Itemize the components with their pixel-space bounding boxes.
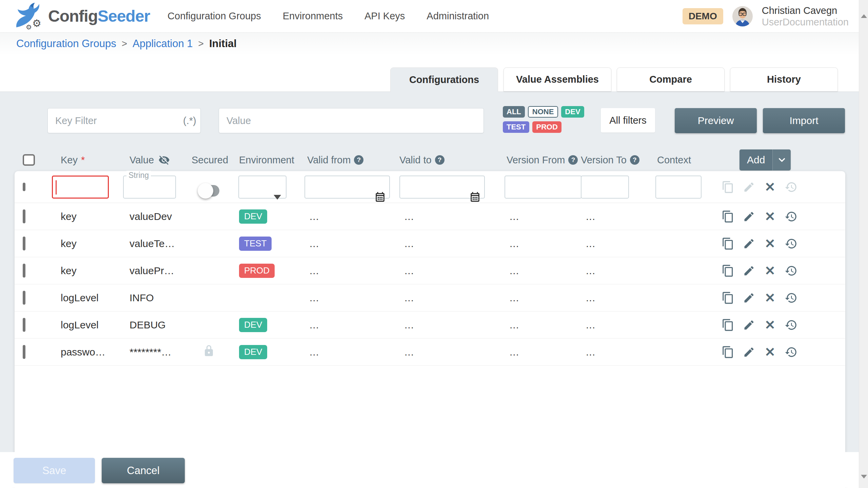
history-icon[interactable] <box>784 291 798 305</box>
calendar-icon[interactable] <box>374 191 386 204</box>
valid-from-field[interactable] <box>304 185 390 191</box>
environment-filter-button[interactable]: DEV <box>561 106 584 118</box>
nav-item[interactable]: Administration <box>427 11 489 22</box>
row-checkbox[interactable] <box>23 209 25 223</box>
table-row: passwo… ********… DEV ... ... ... ... ✕ <box>15 339 845 366</box>
row-version-from: ... <box>505 265 581 277</box>
tab-history[interactable]: History <box>730 67 838 92</box>
all-filters-button[interactable]: All filters <box>601 108 655 133</box>
tab-compare[interactable]: Compare <box>617 67 725 92</box>
help-icon[interactable]: ? <box>568 155 578 165</box>
edit-icon[interactable] <box>742 291 756 305</box>
save-button[interactable]: Save <box>14 458 95 483</box>
row-key: key <box>52 265 123 277</box>
delete-icon[interactable]: ✕ <box>763 318 777 332</box>
calendar-icon[interactable] <box>469 191 481 204</box>
key-filter-input[interactable] <box>55 115 183 126</box>
copy-icon[interactable] <box>721 237 735 250</box>
history-icon[interactable] <box>784 318 798 332</box>
row-checkbox[interactable] <box>23 237 25 250</box>
breadcrumb-link[interactable]: Configuration Groups <box>16 38 116 50</box>
delete-icon[interactable]: ✕ <box>763 291 777 305</box>
help-icon[interactable]: ? <box>630 155 639 165</box>
history-icon[interactable] <box>784 345 798 359</box>
row-checkbox[interactable] <box>23 291 25 305</box>
scrollbar-up-icon[interactable] <box>861 14 867 18</box>
tab-value-assemblies[interactable]: Value Assemblies <box>504 67 611 92</box>
chevron-down-icon[interactable] <box>772 149 791 170</box>
select-all-checkbox[interactable] <box>23 154 35 166</box>
content-area: (.*) ALLNONEDEV TESTPROD All filters Pre… <box>0 92 859 452</box>
copy-icon[interactable] <box>721 345 735 359</box>
row-value: INFO <box>123 292 191 304</box>
row-version-from: ... <box>505 346 581 358</box>
nav-item[interactable]: API Keys <box>364 11 405 22</box>
nav-item[interactable]: Configuration Groups <box>167 11 261 22</box>
import-button[interactable]: Import <box>763 108 845 133</box>
copy-icon[interactable] <box>721 291 735 305</box>
table-row: key valuePr… PROD ... ... ... ... ✕ <box>15 257 845 284</box>
tab-configurations[interactable]: Configurations <box>390 67 498 92</box>
valid-to-field[interactable] <box>399 185 485 191</box>
preview-button[interactable]: Preview <box>675 108 757 133</box>
help-icon[interactable]: ? <box>435 155 445 165</box>
row-checkbox[interactable] <box>23 183 25 191</box>
edit-icon[interactable] <box>742 318 756 332</box>
history-icon[interactable] <box>784 264 798 278</box>
version-to-input[interactable] <box>581 176 629 199</box>
row-key: logLevel <box>52 319 123 331</box>
nav-item[interactable]: Environments <box>283 11 343 22</box>
value-filter-field[interactable] <box>219 108 484 133</box>
row-checkbox[interactable] <box>23 264 25 278</box>
lock-icon <box>202 344 215 357</box>
environment-filter-button[interactable]: PROD <box>532 121 561 133</box>
version-from-input[interactable] <box>505 176 582 199</box>
copy-icon[interactable] <box>721 264 735 278</box>
add-button[interactable]: Add <box>739 149 791 170</box>
key-filter-field[interactable]: (.*) <box>47 108 201 133</box>
value-filter-input[interactable] <box>226 115 476 126</box>
delete-icon[interactable]: ✕ <box>763 264 777 278</box>
avatar[interactable] <box>732 6 753 27</box>
key-input[interactable] <box>52 176 109 199</box>
copy-icon[interactable] <box>721 210 735 223</box>
row-version-to: ... <box>581 238 652 249</box>
row-key: key <box>52 211 123 222</box>
delete-icon[interactable]: ✕ <box>763 345 777 359</box>
environment-filter-button[interactable]: NONE <box>528 106 558 118</box>
text-caret <box>56 180 57 195</box>
history-icon[interactable] <box>784 210 798 223</box>
row-checkbox[interactable] <box>23 345 25 359</box>
environment-badge: TEST <box>239 237 272 251</box>
logo[interactable]: ⚙ ⚙ ConfigSeeder <box>11 2 150 30</box>
row-version-from: ... <box>505 292 581 304</box>
table-row: key valueDev DEV ... ... ... ... ✕ <box>15 203 845 230</box>
edit-icon[interactable] <box>742 345 756 359</box>
page-scrollbar[interactable] <box>859 0 868 488</box>
history-icon[interactable] <box>784 237 798 250</box>
row-version-from: ... <box>505 211 581 222</box>
user-menu[interactable]: Christian Cavegn UserDocumentation <box>762 5 849 28</box>
edit-icon[interactable] <box>742 237 756 250</box>
row-checkbox[interactable] <box>23 318 25 332</box>
column-context: Context <box>652 155 720 166</box>
edit-icon[interactable] <box>742 264 756 278</box>
help-icon[interactable]: ? <box>354 155 363 165</box>
cancel-button[interactable]: Cancel <box>102 458 185 483</box>
column-key: Key* <box>52 155 123 166</box>
environment-filter-button[interactable]: TEST <box>503 121 529 133</box>
context-input[interactable] <box>655 176 702 199</box>
table-header: Key* Value Secured Environment Valid fro… <box>15 149 845 171</box>
eye-slash-icon[interactable] <box>157 153 171 167</box>
edit-icon[interactable] <box>742 210 756 223</box>
configurations-panel: String <box>15 171 845 488</box>
environment-filter-button[interactable]: ALL <box>503 106 525 118</box>
scrollbar-down-icon[interactable] <box>861 475 867 479</box>
breadcrumb-link[interactable]: Application 1 <box>133 38 193 50</box>
delete-icon[interactable]: ✕ <box>763 237 777 250</box>
required-marker: * <box>81 155 85 166</box>
delete-icon[interactable]: ✕ <box>763 180 777 194</box>
copy-icon[interactable] <box>721 318 735 332</box>
delete-icon[interactable]: ✕ <box>763 210 777 223</box>
environment-select[interactable] <box>238 185 287 191</box>
